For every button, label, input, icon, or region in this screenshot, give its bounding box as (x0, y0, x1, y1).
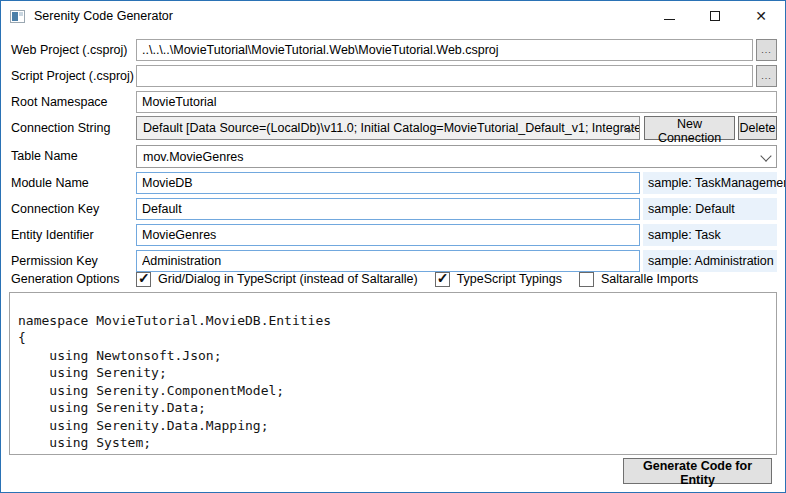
entity-identifier-hint: sample: Task (643, 224, 777, 246)
option-grid-dialog-typescript[interactable]: Grid/Dialog in TypeScript (instead of Sa… (136, 272, 418, 287)
checkbox-icon[interactable] (579, 272, 594, 287)
table-name-combobox[interactable]: mov.MovieGenres (136, 145, 777, 168)
module-name-hint: sample: TaskManagement (643, 172, 777, 194)
table-name-label: Table Name (11, 145, 78, 167)
minimize-icon (664, 19, 675, 20)
app-icon (10, 10, 25, 23)
connection-string-combobox[interactable]: Default [Data Source=(LocalDb)\v11.0; In… (136, 116, 640, 140)
root-namespace-label: Root Namespace (11, 91, 108, 113)
connection-string-label: Connection String (11, 117, 110, 139)
option-typescript-typings[interactable]: TypeScript Typings (435, 272, 562, 287)
entity-identifier-input[interactable] (136, 224, 640, 246)
serenity-code-generator-window: Serenity Code Generator ✕ Web Project (.… (0, 0, 786, 493)
chevron-down-icon (760, 150, 771, 161)
close-button[interactable]: ✕ (738, 1, 784, 31)
option-label: Grid/Dialog in TypeScript (instead of Sa… (158, 272, 418, 286)
option-label: Saltaralle Imports (601, 272, 698, 286)
maximize-button[interactable] (692, 1, 738, 31)
window-title: Serenity Code Generator (34, 9, 173, 23)
minimize-button[interactable] (646, 1, 692, 31)
generation-options-row: Grid/Dialog in TypeScript (instead of Sa… (136, 269, 715, 289)
generation-options-label: Generation Options (11, 268, 119, 290)
module-name-label: Module Name (11, 172, 89, 194)
option-label: TypeScript Typings (457, 272, 562, 286)
table-name-value: mov.MovieGenres (143, 150, 244, 164)
web-project-label: Web Project (.csproj) (11, 39, 127, 61)
window-controls: ✕ (646, 1, 784, 31)
close-icon: ✕ (755, 9, 767, 23)
script-project-browse-button[interactable]: ... (756, 65, 777, 87)
delete-connection-button[interactable]: Delete (738, 116, 777, 140)
script-project-input[interactable] (136, 65, 753, 87)
web-project-browse-button[interactable]: ... (756, 39, 777, 61)
root-namespace-input[interactable] (136, 91, 777, 113)
generate-code-button[interactable]: Generate Code for Entity (623, 458, 772, 484)
script-project-label: Script Project (.csproj) (11, 65, 134, 87)
connection-key-input[interactable] (136, 198, 640, 220)
new-connection-button[interactable]: New Connection (644, 116, 735, 140)
connection-key-hint: sample: Default (643, 198, 777, 220)
code-preview[interactable]: namespace MovieTutorial.MovieDB.Entities… (9, 292, 777, 455)
connection-string-value: Default [Data Source=(LocalDb)\v11.0; In… (143, 121, 640, 135)
web-project-input[interactable] (136, 39, 753, 61)
option-saltaralle-imports[interactable]: Saltaralle Imports (579, 272, 698, 287)
connection-key-label: Connection Key (11, 198, 99, 220)
maximize-icon (710, 11, 720, 21)
checkbox-icon[interactable] (435, 272, 450, 287)
module-name-input[interactable] (136, 172, 640, 194)
entity-identifier-label: Entity Identifier (11, 224, 94, 246)
checkbox-icon[interactable] (136, 272, 151, 287)
